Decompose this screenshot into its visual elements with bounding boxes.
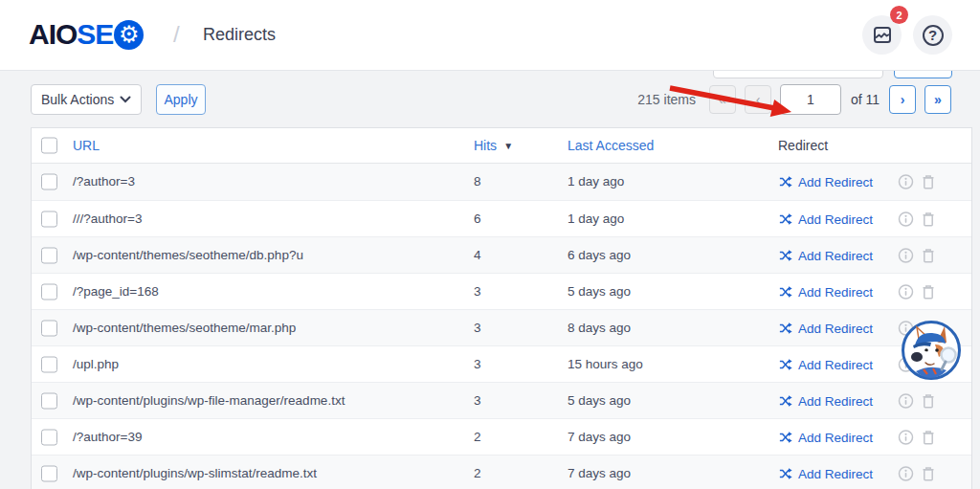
aioseo-mascot[interactable] xyxy=(901,320,962,381)
info-icon[interactable] xyxy=(898,465,914,481)
apply-button[interactable]: Apply xyxy=(156,84,206,115)
row-checkbox[interactable] xyxy=(41,429,57,445)
column-header-hits[interactable]: Hits xyxy=(474,128,497,164)
row-last-accessed: 15 hours ago xyxy=(568,346,643,383)
content-area: Bulk Actions Apply 215 items « ‹ of 11 ›… xyxy=(0,71,980,489)
info-icon[interactable] xyxy=(898,283,914,300)
shuffle-icon xyxy=(779,394,792,408)
shuffle-icon xyxy=(779,467,792,480)
trash-icon[interactable] xyxy=(921,283,936,300)
page-title: Redirects xyxy=(203,25,276,45)
pagination-total-label: of 11 xyxy=(851,92,880,107)
add-redirect-link[interactable]: Add Redirect xyxy=(779,419,873,456)
row-url: /upl.php xyxy=(73,346,119,383)
row-checkbox[interactable] xyxy=(41,392,57,409)
table-row: /?author=3 8 1 day ago Add Redirect xyxy=(32,164,971,200)
redirects-table: URL Hits ▼ Last Accessed Redirect /?auth… xyxy=(31,127,972,489)
add-redirect-label: Add Redirect xyxy=(798,467,873,481)
bulk-actions-label: Bulk Actions xyxy=(41,92,114,107)
sort-desc-icon: ▼ xyxy=(503,128,513,164)
add-redirect-label: Add Redirect xyxy=(798,431,873,445)
add-redirect-link[interactable]: Add Redirect xyxy=(779,237,873,274)
trash-icon[interactable] xyxy=(921,211,936,227)
pagination-prev-button[interactable]: ‹ xyxy=(745,85,771,114)
row-checkbox[interactable] xyxy=(41,247,57,263)
row-last-accessed: 1 day ago xyxy=(568,164,624,200)
info-icon[interactable] xyxy=(898,211,914,227)
notification-inbox-icon xyxy=(872,26,893,45)
add-redirect-label: Add Redirect xyxy=(798,394,873,409)
app-header: AIOSE⚙ / Redirects 2 ? xyxy=(0,0,980,71)
column-header-redirect: Redirect xyxy=(778,128,828,164)
shuffle-icon xyxy=(779,285,792,299)
add-redirect-label: Add Redirect xyxy=(798,249,873,263)
row-checkbox[interactable] xyxy=(41,174,57,190)
add-redirect-label: Add Redirect xyxy=(798,322,873,336)
row-checkbox[interactable] xyxy=(41,320,57,336)
pagination-first-button[interactable]: « xyxy=(709,85,736,114)
info-icon[interactable] xyxy=(898,429,914,445)
breadcrumb-separator: / xyxy=(173,21,180,48)
row-checkbox[interactable] xyxy=(41,465,57,481)
row-checkbox[interactable] xyxy=(41,283,57,300)
column-header-last-accessed[interactable]: Last Accessed xyxy=(568,128,654,164)
column-header-url[interactable]: URL xyxy=(73,128,100,164)
notification-badge: 2 xyxy=(890,6,908,24)
row-url: /wp-content/themes/seotheme/mar.php xyxy=(73,310,296,346)
pagination-next-button[interactable]: › xyxy=(889,85,916,114)
row-checkbox[interactable] xyxy=(41,211,57,227)
row-url: /wp-content/plugins/wp-slimstat/readme.t… xyxy=(73,456,317,489)
info-icon[interactable] xyxy=(898,392,914,409)
add-redirect-link[interactable]: Add Redirect xyxy=(779,456,873,489)
info-icon[interactable] xyxy=(898,247,914,263)
logo-gear-icon: ⚙ xyxy=(114,20,144,50)
add-redirect-link[interactable]: Add Redirect xyxy=(779,201,873,237)
row-last-accessed: 8 days ago xyxy=(568,310,631,346)
pagination-last-button[interactable]: » xyxy=(924,85,951,114)
add-redirect-label: Add Redirect xyxy=(798,175,873,189)
add-redirect-link[interactable]: Add Redirect xyxy=(779,383,873,419)
shuffle-icon xyxy=(779,322,792,335)
add-redirect-link[interactable]: Add Redirect xyxy=(779,164,873,200)
row-hits: 4 xyxy=(474,237,481,274)
trash-icon[interactable] xyxy=(921,429,936,445)
row-last-accessed: 7 days ago xyxy=(568,419,631,456)
bulk-actions-select[interactable]: Bulk Actions xyxy=(31,84,142,115)
shuffle-icon xyxy=(779,249,792,262)
info-icon[interactable] xyxy=(898,174,914,190)
shuffle-icon xyxy=(779,358,792,371)
shuffle-icon xyxy=(779,212,792,226)
row-hits: 2 xyxy=(474,419,481,456)
chevron-down-icon xyxy=(120,96,131,103)
shuffle-icon xyxy=(779,431,792,444)
row-hits: 6 xyxy=(474,201,481,237)
row-checkbox[interactable] xyxy=(41,356,57,372)
help-button[interactable]: ? xyxy=(913,15,952,55)
row-last-accessed: 7 days ago xyxy=(568,456,631,489)
row-hits: 3 xyxy=(474,383,481,419)
row-url: /?page_id=168 xyxy=(73,274,159,310)
trash-icon[interactable] xyxy=(921,174,936,190)
items-count: 215 items xyxy=(584,92,696,107)
trash-icon[interactable] xyxy=(921,247,936,263)
aioseo-logo: AIOSE⚙ xyxy=(29,18,144,51)
row-last-accessed: 1 day ago xyxy=(568,201,624,237)
table-row: /?author=39 2 7 days ago Add Redirect xyxy=(32,418,971,455)
trash-icon[interactable] xyxy=(921,465,936,481)
pagination-page-input[interactable] xyxy=(780,84,841,115)
row-url: /wp-content/themes/seotheme/db.php?u xyxy=(73,237,303,274)
table-row: /wp-content/plugins/wp-slimstat/readme.t… xyxy=(32,455,971,489)
row-last-accessed: 5 days ago xyxy=(568,383,631,419)
row-url: /?author=39 xyxy=(73,419,142,456)
table-row: /wp-content/themes/seotheme/db.php?u 4 6… xyxy=(32,236,971,273)
add-redirect-link[interactable]: Add Redirect xyxy=(779,274,873,310)
row-last-accessed: 6 days ago xyxy=(568,237,631,274)
row-url: /?author=3 xyxy=(73,164,135,200)
select-all-checkbox[interactable] xyxy=(41,138,57,154)
add-redirect-link[interactable]: Add Redirect xyxy=(779,310,873,346)
trash-icon[interactable] xyxy=(921,392,936,409)
add-redirect-link[interactable]: Add Redirect xyxy=(779,346,873,383)
table-row: /?page_id=168 3 5 days ago Add Redirect xyxy=(32,273,971,309)
row-hits: 8 xyxy=(474,164,481,200)
help-icon: ? xyxy=(923,25,944,46)
